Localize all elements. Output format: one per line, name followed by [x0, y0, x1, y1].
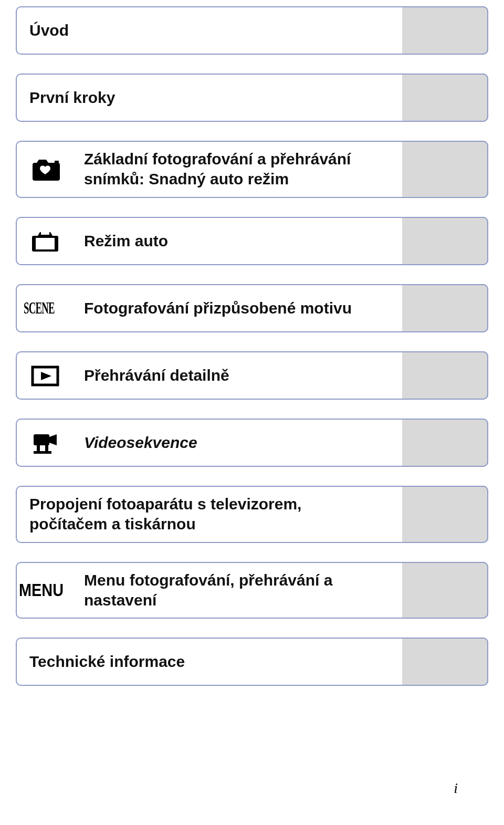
svg-rect-4	[34, 434, 49, 445]
toc-label: První kroky	[29, 88, 115, 108]
toc-item-scene-mode[interactable]: SCENE Fotografování přizpůsobené motivu	[16, 284, 488, 332]
toc-item-auto-mode[interactable]: Režim auto	[16, 217, 488, 265]
tab-index-block	[402, 284, 488, 332]
scene-icon: SCENE	[29, 295, 61, 322]
svg-rect-8	[42, 451, 51, 454]
toc-label: Přehrávání detailně	[84, 365, 229, 385]
camera-icon	[29, 227, 61, 255]
toc-label: Menu fotografování, přehrávání a nastave…	[84, 570, 378, 611]
camcorder-icon	[29, 429, 61, 456]
tab-index-block	[402, 562, 488, 619]
tab-index-block	[402, 6, 488, 55]
tab-index-block	[402, 74, 488, 122]
toc-label: Úvod	[29, 20, 69, 40]
toc-label: Fotografování přizpůsobené motivu	[84, 298, 352, 318]
tab-index-block	[402, 351, 488, 400]
toc-label: Propojení fotoaparátu s televizorem, poč…	[29, 494, 323, 535]
toc-label: Základní fotografování a přehrávání sním…	[84, 149, 378, 190]
toc-item-connections[interactable]: Propojení fotoaparátu s televizorem, poč…	[16, 486, 488, 543]
play-frame-icon	[29, 362, 61, 389]
svg-rect-7	[34, 451, 43, 454]
svg-rect-2	[41, 232, 49, 235]
toc-label: Režim auto	[84, 231, 168, 251]
tab-index-block	[402, 486, 488, 543]
toc-item-playback-detail[interactable]: Přehrávání detailně	[16, 351, 488, 400]
tab-index-block	[402, 141, 488, 198]
toc-label: Technické informace	[29, 652, 185, 672]
toc-item-first-steps[interactable]: První kroky	[16, 74, 488, 122]
toc-item-intro[interactable]: Úvod	[16, 6, 488, 55]
toc-item-video[interactable]: Videosekvence	[16, 419, 488, 467]
toc-item-basic-shooting[interactable]: Základní fotografování a přehrávání sním…	[16, 141, 488, 198]
toc-item-technical-info[interactable]: Technické informace	[16, 638, 488, 686]
tab-index-block	[402, 217, 488, 265]
tab-index-block	[402, 419, 488, 467]
svg-rect-1	[36, 238, 55, 249]
svg-rect-0	[55, 161, 59, 163]
camera-heart-icon	[29, 155, 61, 183]
menu-icon: MENU	[29, 577, 61, 604]
page-number: i	[454, 780, 458, 797]
toc-label: Videosekvence	[84, 433, 197, 453]
toc-item-menus[interactable]: MENU Menu fotografování, přehrávání a na…	[16, 562, 488, 619]
tab-index-block	[402, 638, 488, 686]
